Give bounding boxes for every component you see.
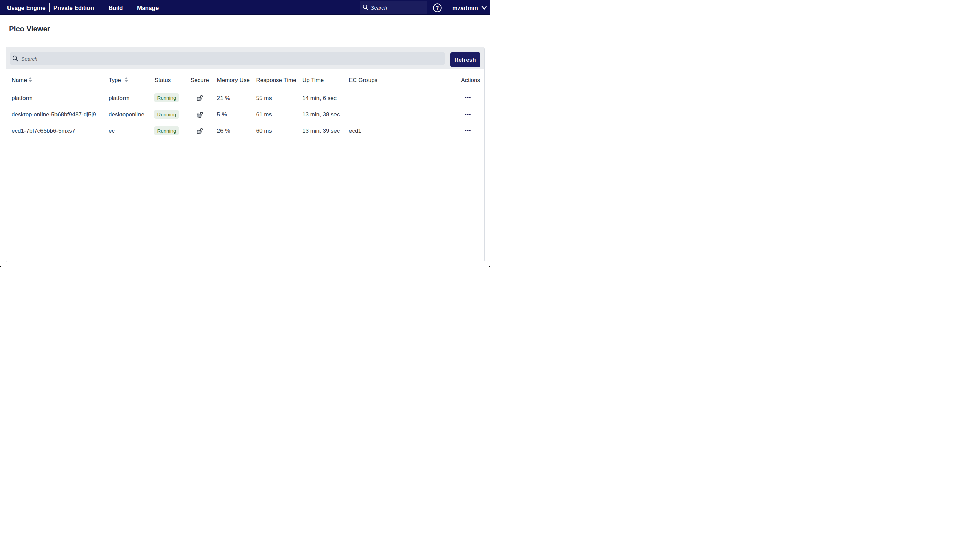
svg-text:?: ? — [436, 5, 439, 11]
